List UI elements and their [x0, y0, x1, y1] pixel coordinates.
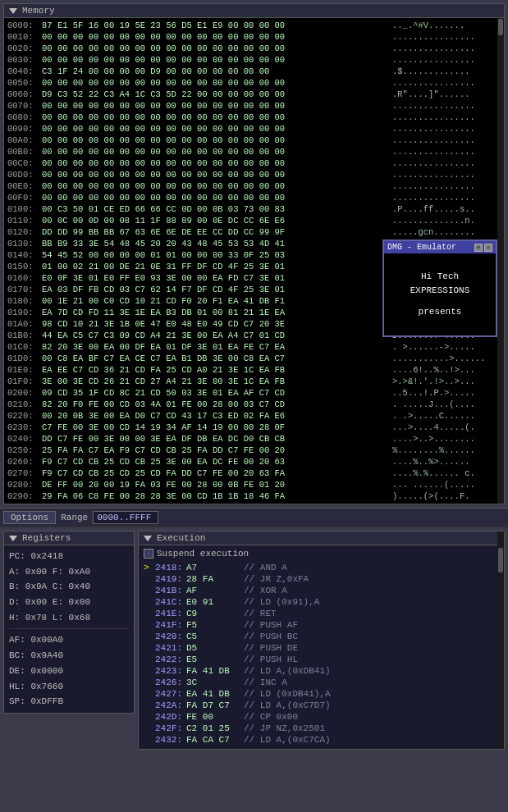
mem-ascii: .$.............	[389, 66, 496, 77]
memory-row: 0220: 00 20 0B 3E 00 EA D0 C7 CD 43 17 C…	[7, 410, 496, 422]
mem-addr: 0010:	[7, 31, 42, 43]
mem-hex: DE FF 00 20 00 19 FA 03 FE 00 28 00 0B F…	[42, 479, 389, 490]
dmg-emulator-popup: DMG - Emulator ⊕ ✕ Hi Tech EXPRESSIONS p…	[382, 239, 497, 337]
mem-hex: 00 00 00 00 00 00 00 00 00 00 00 00 00 0…	[42, 77, 389, 89]
options-button[interactable]: Options	[3, 511, 56, 524]
exec-addr: 2427:	[155, 688, 186, 700]
exec-opcode: 3C	[186, 677, 244, 688]
mem-addr: 0230:	[7, 422, 42, 433]
execution-scrollbar-thumb	[498, 548, 503, 573]
memory-row: 0210: 82 20 F0 FE 00 CD 03 4A 01 FE 00 2…	[7, 399, 496, 410]
mem-hex: F9 C7 CD CB 25 CD CB 25 3E 00 EA DC FE 0…	[42, 456, 389, 468]
memory-row: 0100: 00 C3 50 01 CE ED 66 66 CC 0D 00 0…	[7, 203, 496, 215]
mem-addr: 01F0:	[7, 376, 42, 387]
memory-row: 0120: DD DD 99 BB BB 67 63 6E 6E DE EE C…	[7, 226, 496, 238]
exec-line: 2422: E5 // PUSH HL	[144, 654, 494, 665]
exec-comment: // JP NZ,0x2501	[244, 723, 325, 734]
mem-addr: 00D0:	[7, 169, 42, 180]
mem-addr: 0260:	[7, 456, 42, 468]
mem-addr: 0100:	[7, 203, 42, 215]
exec-comment: // LD (0xDB41),A	[244, 688, 331, 700]
memory-row: 0000: 87 E1 5F 16 00 19 5E 23 56 D5 E1 E…	[7, 20, 496, 31]
mem-hex: 00 00 00 00 00 00 00 00 00 00 00 00 00 0…	[42, 169, 389, 180]
dmg-pin-button[interactable]: ⊕	[474, 244, 483, 252]
exec-comment: // LD A,(0xDB41)	[244, 665, 331, 677]
mem-hex: 00 00 00 00 00 00 00 00 00 00 00 00 00 0…	[42, 100, 389, 112]
memory-row: 0070: 00 00 00 00 00 00 00 00 00 00 00 0…	[7, 100, 496, 112]
mem-hex: 82 20 3E 00 EA 00 DF EA 01 DF 3E 01 EA F…	[42, 341, 389, 353]
mem-hex: 29 FA 06 C8 FE 00 28 28 3E 00 CD 1B 1B 1…	[42, 490, 389, 502]
dmg-line3: presents	[410, 305, 470, 320]
mem-addr: 01E0:	[7, 364, 42, 376]
exec-comment: // LD A,(0xC7CA)	[244, 734, 331, 746]
reg-de: D: 0x00 E: 0x00	[9, 595, 129, 610]
mem-addr: 0090:	[7, 123, 42, 135]
exec-opcode: C2 01 25	[186, 723, 244, 734]
exec-opcode: EA 41 DB	[186, 688, 244, 700]
mem-ascii: ................	[389, 192, 496, 203]
memory-row: 01E0: EA EE C7 CD 36 21 CD FA 25 CD A0 2…	[7, 364, 496, 376]
mem-ascii: ................	[389, 157, 496, 169]
execution-collapse-icon[interactable]	[144, 536, 152, 541]
exec-comment: // PUSH AF	[244, 619, 298, 631]
memory-row: 0060: D9 C3 52 22 C3 A4 1C C3 5D 22 00 0…	[7, 89, 496, 100]
memory-row: 0050: 00 00 00 00 00 00 00 00 00 00 00 0…	[7, 77, 496, 89]
mem-ascii: ................	[389, 135, 496, 146]
mem-addr: 0070:	[7, 100, 42, 112]
mem-hex: 00 00 00 00 00 00 00 00 00 00 00 00 00 0…	[42, 123, 389, 135]
exec-addr: 241E:	[155, 608, 186, 619]
exec-comment: // INC A	[244, 677, 287, 688]
exec-line: 2426: 3C // INC A	[144, 677, 494, 688]
memory-row: 0280: DE FF 00 20 00 19 FA 03 FE 00 28 0…	[7, 479, 496, 490]
memory-row: 0230: C7 FE 00 3E 00 CD 14 19 34 AF 14 1…	[7, 422, 496, 433]
mem-addr: 0250:	[7, 445, 42, 456]
mem-addr: 0160:	[7, 272, 42, 284]
mem-ascii: ................	[389, 54, 496, 66]
memory-row: 0090: 00 00 00 00 00 00 00 00 00 00 00 0…	[7, 123, 496, 135]
exec-comment: // PUSH HL	[244, 654, 298, 665]
mem-ascii: %........%......	[389, 445, 496, 456]
mem-ascii: .._.^#V.......	[389, 20, 496, 31]
registers-collapse-icon[interactable]	[9, 536, 17, 541]
dmg-line1: Hi Tech	[410, 270, 470, 285]
dmg-close-button[interactable]: ✕	[484, 244, 492, 252]
suspend-checkbox[interactable]: ✓	[144, 549, 153, 559]
exec-line: 241C: E0 91 // LD (0x91),A	[144, 596, 494, 608]
memory-row: 00C0: 00 00 00 00 00 00 00 00 00 00 00 0…	[7, 157, 496, 169]
execution-content: ✓ Suspend execution > 2418: A7 // AND A …	[139, 545, 504, 749]
range-input[interactable]	[93, 511, 158, 524]
memory-scrollbar[interactable]	[497, 18, 504, 504]
mem-addr: 0030:	[7, 54, 42, 66]
mem-addr: 01C0:	[7, 341, 42, 353]
exec-addr: 242A:	[155, 700, 186, 711]
mem-hex: 00 C3 50 01 CE ED 66 66 CC 0D 00 0B 03 7…	[42, 203, 389, 215]
exec-comment: // RET	[244, 608, 277, 619]
mem-ascii: ....6!..%..!>...	[389, 364, 496, 376]
mem-hex: 00 00 00 00 00 00 00 00 00 00 00 00 00 0…	[42, 157, 389, 169]
exec-addr: 2423:	[155, 665, 186, 677]
mem-hex: EA EE C7 CD 36 21 CD FA 25 CD A0 21 3E 1…	[42, 364, 389, 376]
exec-addr: 2426:	[155, 677, 186, 688]
exec-addr: 241B:	[155, 585, 186, 596]
exec-opcode: A7	[186, 562, 244, 573]
mem-addr: 0290:	[7, 490, 42, 502]
execution-scrollbar[interactable]	[497, 531, 504, 749]
mem-hex: 00 00 00 00 00 00 00 00 00 00 00 00 00 0…	[42, 192, 389, 203]
dmg-title-label: DMG - Emulator	[387, 243, 456, 252]
mem-ascii: . .>.....C......	[389, 410, 496, 422]
exec-line: 241B: AF // XOR A	[144, 585, 494, 596]
exec-addr: 2422:	[155, 654, 186, 665]
exec-addr: 241C:	[155, 596, 186, 608]
mem-ascii: ....%..%>......	[389, 456, 496, 468]
mem-addr: 0140:	[7, 249, 42, 261]
mem-addr: 0180:	[7, 295, 42, 307]
exec-opcode: FA 41 DB	[186, 665, 244, 677]
exec-line: 2427: EA 41 DB // LD (0xDB41),A	[144, 688, 494, 700]
exec-line: 242D: FE 00 // CP 0x00	[144, 711, 494, 723]
exec-pointer: >	[144, 562, 155, 573]
exec-addr: 2418:	[155, 562, 186, 573]
exec-comment: // PUSH DE	[244, 642, 298, 654]
memory-collapse-icon[interactable]	[9, 8, 17, 14]
exec-line: 2419: 28 FA // JR Z,0xFA	[144, 573, 494, 585]
mem-addr: 0040:	[7, 66, 42, 77]
